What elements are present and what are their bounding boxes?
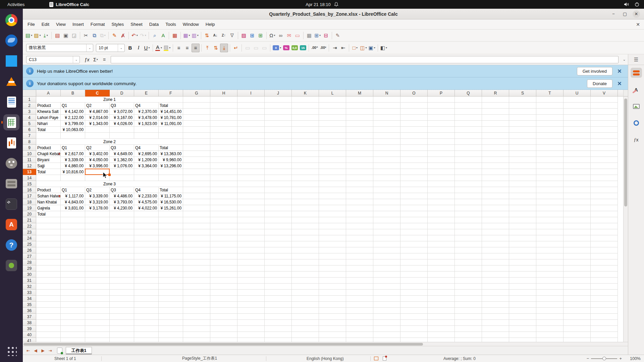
- menu-help[interactable]: Help: [202, 20, 218, 28]
- cell-O18[interactable]: [400, 199, 428, 205]
- cell-V23[interactable]: [591, 229, 618, 235]
- menu-sheet[interactable]: Sheet: [127, 20, 146, 28]
- cell-R31[interactable]: [482, 278, 509, 284]
- cell-T12[interactable]: [536, 163, 564, 169]
- cell-R29[interactable]: [482, 265, 509, 272]
- cell-F21[interactable]: [159, 217, 183, 223]
- cell-E19[interactable]: ¥ 4,022.00: [134, 205, 159, 211]
- cell-R11[interactable]: [482, 157, 509, 163]
- cell-N33[interactable]: [373, 290, 400, 296]
- cell-I8[interactable]: [237, 139, 265, 145]
- cell-E17[interactable]: ¥ 2,233.00: [134, 193, 159, 199]
- cell-P21[interactable]: [428, 217, 455, 223]
- cell-E20[interactable]: [134, 211, 159, 217]
- cell-M29[interactable]: [346, 265, 373, 272]
- dock-item-gimp[interactable]: [3, 155, 19, 171]
- sidebar-menu-icon[interactable]: ☰: [628, 54, 644, 65]
- chevron-down-icon[interactable]: ⌄: [86, 44, 93, 52]
- cell-C41[interactable]: [85, 338, 110, 342]
- cell-J15[interactable]: [265, 181, 292, 187]
- cell-N38[interactable]: [373, 320, 400, 326]
- cell-G39[interactable]: [183, 326, 210, 332]
- cell-K6[interactable]: [292, 127, 319, 133]
- column-header-I[interactable]: I: [237, 90, 265, 97]
- cell-E40[interactable]: [134, 332, 159, 338]
- cell-H38[interactable]: [210, 320, 237, 326]
- cell-J7[interactable]: [265, 133, 292, 139]
- decrease-indent-icon[interactable]: ⇤: [339, 44, 347, 52]
- cell-H31[interactable]: [210, 278, 237, 284]
- dock-item-preferences[interactable]: [3, 257, 19, 274]
- dropdown-icon[interactable]: ▾: [374, 46, 375, 49]
- cell-N14[interactable]: [373, 175, 400, 181]
- cell-J30[interactable]: [265, 272, 292, 278]
- cell-I31[interactable]: [237, 278, 265, 284]
- cell-B24[interactable]: [61, 235, 85, 241]
- cell-V31[interactable]: [591, 278, 618, 284]
- cell-F30[interactable]: [159, 272, 183, 278]
- cell-T2[interactable]: [536, 103, 564, 109]
- cell-K12[interactable]: [292, 163, 319, 169]
- cell-F7[interactable]: [159, 133, 183, 139]
- row-header-23[interactable]: 23: [23, 229, 36, 235]
- cell-E10[interactable]: ¥ 2,695.00: [134, 151, 159, 157]
- horizontal-scrollbar[interactable]: [23, 342, 628, 346]
- dock-item-chrome[interactable]: [3, 12, 19, 28]
- cell-J3[interactable]: [265, 109, 292, 115]
- cell-O6[interactable]: [400, 127, 428, 133]
- row-header-15[interactable]: 15: [23, 181, 36, 187]
- cell-A7[interactable]: [36, 133, 61, 139]
- cell-O5[interactable]: [400, 121, 428, 127]
- cell-H33[interactable]: [210, 290, 237, 296]
- cell-D21[interactable]: [110, 217, 134, 223]
- cell-M23[interactable]: [346, 229, 373, 235]
- cell-P35[interactable]: [428, 302, 455, 308]
- cell-H7[interactable]: [210, 133, 237, 139]
- cell-H32[interactable]: [210, 284, 237, 290]
- cell-L37[interactable]: [319, 314, 346, 320]
- cell-R8[interactable]: [482, 139, 509, 145]
- cell-E4[interactable]: ¥ 3,478.00: [134, 115, 159, 121]
- cell-P7[interactable]: [428, 133, 455, 139]
- cell-Q5[interactable]: [455, 121, 482, 127]
- cell-P9[interactable]: [428, 145, 455, 151]
- cell-J16[interactable]: [265, 187, 292, 193]
- row-header-19[interactable]: 19: [23, 205, 36, 211]
- cell-K40[interactable]: [292, 332, 319, 338]
- cell-L33[interactable]: [319, 290, 346, 296]
- cell-A17[interactable]: Sohan Halwa: [36, 193, 61, 199]
- cell-U38[interactable]: [564, 320, 591, 326]
- menu-tools[interactable]: Tools: [162, 20, 179, 28]
- cell-L16[interactable]: [319, 187, 346, 193]
- cell-F16[interactable]: Total: [159, 187, 183, 193]
- cell-R32[interactable]: [482, 284, 509, 290]
- cell-N18[interactable]: [373, 199, 400, 205]
- cell-M30[interactable]: [346, 272, 373, 278]
- hyperlink-icon[interactable]: ∞: [277, 31, 285, 40]
- cell-T39[interactable]: [536, 326, 564, 332]
- cell-D11[interactable]: ¥ 1,362.00: [110, 157, 134, 163]
- cell-J36[interactable]: [265, 308, 292, 314]
- row-header-10[interactable]: 10: [23, 151, 36, 157]
- dock-item-app-grid[interactable]: [3, 343, 19, 359]
- cell-R7[interactable]: [482, 133, 509, 139]
- cell-V8[interactable]: [591, 139, 618, 145]
- cell-A21[interactable]: [36, 217, 61, 223]
- cell-G29[interactable]: [183, 265, 210, 272]
- cell-G28[interactable]: [183, 259, 210, 265]
- cell-H20[interactable]: [210, 211, 237, 217]
- cell-D32[interactable]: [110, 284, 134, 290]
- cell-S18[interactable]: [509, 199, 536, 205]
- cell-L40[interactable]: [319, 332, 346, 338]
- cell-E23[interactable]: [134, 229, 159, 235]
- cell-V25[interactable]: [591, 241, 618, 247]
- cell-H12[interactable]: [210, 163, 237, 169]
- cell-O4[interactable]: [400, 115, 428, 121]
- cell-O10[interactable]: [400, 151, 428, 157]
- cell-C27[interactable]: [85, 253, 110, 259]
- cell-D39[interactable]: [110, 326, 134, 332]
- cell-S10[interactable]: [509, 151, 536, 157]
- cell-E29[interactable]: [134, 265, 159, 272]
- cell-L39[interactable]: [319, 326, 346, 332]
- cell-C30[interactable]: [85, 272, 110, 278]
